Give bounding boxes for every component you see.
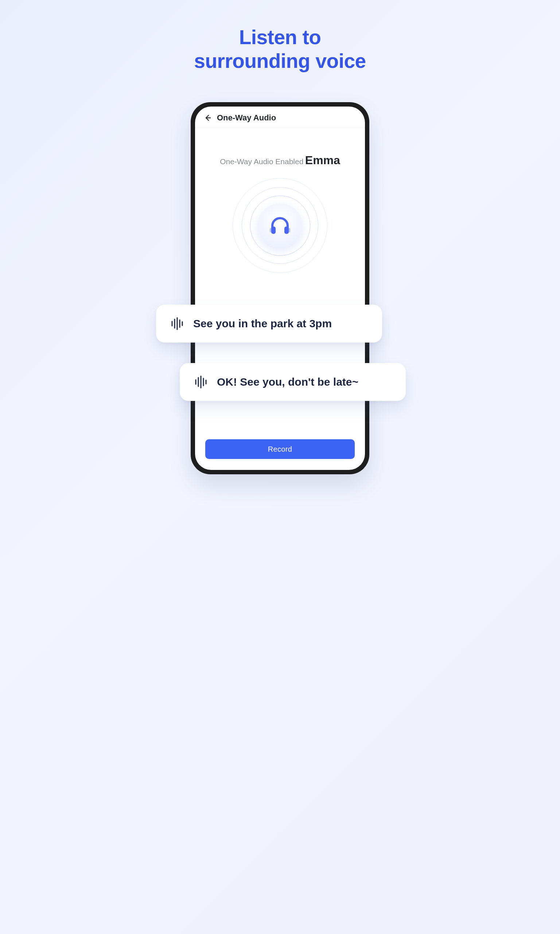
svg-rect-3 xyxy=(289,228,290,233)
back-arrow-icon[interactable] xyxy=(203,114,212,122)
content-area: One-Way Audio Enabled Emma xyxy=(195,128,365,273)
status-label: One-Way Audio Enabled xyxy=(220,157,303,166)
hero-title: Listen to surrounding voice xyxy=(127,0,433,73)
transcript-card: OK! See you, don't be late~ xyxy=(180,363,406,401)
svg-rect-0 xyxy=(271,227,275,234)
nav-title: One-Way Audio xyxy=(217,113,276,123)
nav-bar: One-Way Audio xyxy=(195,106,365,128)
hero-title-line1: Listen to xyxy=(239,26,321,49)
svg-rect-2 xyxy=(270,228,271,233)
transcript-card: See you in the park at 3pm xyxy=(156,305,382,342)
contact-name: Emma xyxy=(305,154,340,167)
phone-frame: One-Way Audio One-Way Audio Enabled Emma xyxy=(191,102,369,474)
hero-title-line2: surrounding voice xyxy=(194,49,366,72)
headphones-icon xyxy=(258,203,302,248)
record-button[interactable]: Record xyxy=(205,439,355,459)
transcript-text: OK! See you, don't be late~ xyxy=(217,376,358,388)
svg-rect-1 xyxy=(285,227,289,234)
waveform-icon xyxy=(194,375,208,389)
audio-pulse xyxy=(232,178,328,273)
phone-screen: One-Way Audio One-Way Audio Enabled Emma xyxy=(195,106,365,470)
waveform-icon xyxy=(170,316,185,331)
transcript-text: See you in the park at 3pm xyxy=(193,317,332,330)
